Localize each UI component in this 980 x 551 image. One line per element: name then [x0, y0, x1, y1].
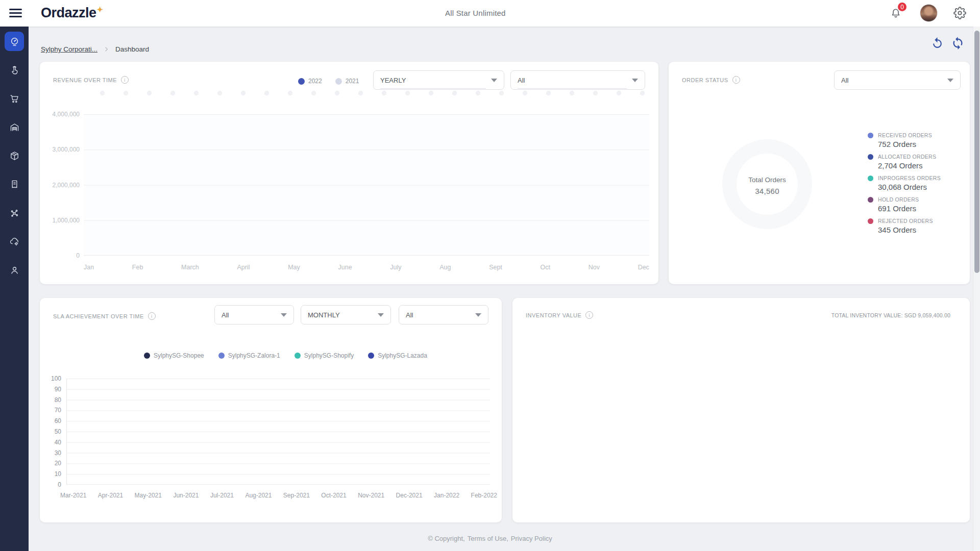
- x-tick-label: Oct: [541, 264, 550, 271]
- menu-bar: [9, 9, 22, 10]
- account-name: All Star Unlimited: [445, 9, 506, 17]
- legend-label: 2022: [308, 78, 322, 85]
- app-logo: Ordazzle✦: [41, 5, 103, 21]
- order-status-title: ORDER STATUS i: [682, 76, 740, 84]
- x-tick-label: Jun-2021: [173, 492, 199, 499]
- y-tick-label: 70: [55, 407, 61, 414]
- order-status-dropdown[interactable]: All: [834, 70, 961, 90]
- revenue-channel-dropdown[interactable]: All: [510, 70, 645, 90]
- sidebar-item-integrations[interactable]: [5, 203, 24, 222]
- sidebar-item-package[interactable]: [5, 146, 24, 165]
- y-tick-label: 60: [55, 417, 61, 424]
- inventory-value-card: INVENTORY VALUE i TOTAL INVENTORY VALUE:…: [512, 298, 970, 522]
- revenue-over-time-card: REVENUE OVER TIME i 2022 2021 YEARLY All…: [40, 62, 658, 284]
- breadcrumb-parent-link[interactable]: Sylphy Corporati...: [41, 45, 97, 53]
- reset-icon[interactable]: [931, 37, 944, 49]
- revenue-plot-area: [84, 114, 649, 256]
- info-icon[interactable]: i: [732, 76, 740, 84]
- info-icon[interactable]: i: [121, 76, 129, 84]
- order-status-card: ORDER STATUS i All Total Orders 34,560 R…: [669, 62, 970, 284]
- legend-item-zalora[interactable]: SylphySG-Zalora-1: [218, 352, 280, 359]
- legend-item-2021[interactable]: 2021: [335, 78, 359, 85]
- sla-y-axis: 1009080706050403020100: [40, 375, 61, 488]
- breadcrumb: Sylphy Corporati... Dashboard: [41, 45, 149, 53]
- sidebar-item-warehouse[interactable]: [5, 117, 24, 137]
- legend-item-rejected: REJECTED ORDERS 345 Orders: [868, 218, 941, 234]
- sla-plot-area: [66, 379, 490, 485]
- sidebar-item-cloud-sync[interactable]: [5, 232, 24, 251]
- legend-value: 691 Orders: [878, 204, 941, 213]
- legend-label: REJECTED ORDERS: [878, 218, 933, 224]
- dropdown-value: YEARLY: [380, 71, 486, 89]
- sync-icon[interactable]: [951, 36, 965, 50]
- sla-period-dropdown[interactable]: MONTHLY: [301, 305, 391, 324]
- info-icon[interactable]: i: [148, 312, 156, 320]
- y-tick-label: 100: [51, 375, 61, 382]
- y-tick-label: 10: [55, 470, 61, 478]
- y-tick-label: 40: [55, 439, 61, 446]
- privacy-policy-link[interactable]: Privacy Policy: [511, 535, 552, 542]
- revenue-x-axis: JanFebMarchAprilMayJuneJulyAugSeptOctNov…: [84, 264, 649, 271]
- legend-dot: [868, 133, 873, 138]
- x-tick-label: Dec: [638, 264, 649, 271]
- sla-x-axis: Mar-2021Apr-2021May-2021Jun-2021Jul-2021…: [60, 492, 497, 499]
- x-tick-label: Sep-2021: [283, 492, 310, 499]
- x-tick-label: Jan-2022: [434, 492, 459, 499]
- sla-channel-dropdown[interactable]: All: [214, 305, 294, 324]
- legend-item-received: RECEIVED ORDERS 752 Orders: [868, 132, 941, 148]
- legend-dot: [218, 353, 225, 359]
- revenue-period-dropdown[interactable]: YEARLY: [373, 70, 504, 90]
- sidebar-item-dashboard[interactable]: [5, 32, 24, 51]
- terms-of-use-link[interactable]: Terms of Use,: [468, 535, 508, 542]
- y-tick-label: 20: [55, 460, 61, 467]
- y-tick-label: 90: [55, 386, 61, 393]
- dropdown-value: All: [841, 77, 947, 84]
- x-tick-label: Feb: [132, 264, 143, 271]
- legend-dot: [298, 78, 305, 85]
- scrollbar-thumb[interactable]: [974, 31, 979, 273]
- chevron-down-icon: [947, 79, 953, 82]
- y-tick-label: 50: [55, 428, 61, 435]
- sidebar-item-invoice[interactable]: [5, 174, 24, 194]
- integrations-icon: [9, 208, 20, 218]
- sidebar-nav: [0, 27, 29, 551]
- order-status-legend: RECEIVED ORDERS 752 Orders ALLOCATED ORD…: [868, 132, 941, 234]
- chevron-down-icon: [475, 313, 481, 317]
- menu-icon[interactable]: [9, 9, 22, 18]
- revenue-y-axis: 4,000,0003,000,0002,000,0001,000,0000: [40, 111, 80, 259]
- menu-bar: [9, 16, 22, 17]
- breadcrumb-current: Dashboard: [115, 45, 149, 53]
- user-icon: [9, 265, 20, 276]
- legend-value: 752 Orders: [878, 140, 941, 148]
- x-tick-label: July: [390, 264, 401, 271]
- x-tick-label: May: [288, 264, 300, 271]
- sidebar-item-tap-select[interactable]: [5, 60, 24, 80]
- copyright-text: © Copyright,: [428, 535, 464, 542]
- user-avatar[interactable]: [920, 4, 938, 22]
- orders-total: Total Orders 34,560: [716, 176, 818, 195]
- legend-value: 345 Orders: [878, 226, 941, 234]
- legend-label: SylphySG-Zalora-1: [228, 352, 280, 359]
- y-tick-label: 30: [55, 449, 61, 457]
- package-icon: [9, 151, 20, 161]
- sidebar-item-user[interactable]: [5, 260, 24, 280]
- sidebar-item-cart[interactable]: [5, 89, 24, 108]
- legend-item-shopee[interactable]: SylphySG-Shopee: [144, 352, 204, 359]
- sla-store-dropdown[interactable]: All: [399, 305, 488, 324]
- notification-badge: 0: [897, 2, 908, 12]
- legend-item-shopify[interactable]: SylphySG-Shopify: [295, 352, 354, 359]
- legend-dot: [868, 218, 873, 224]
- legend-item-2022[interactable]: 2022: [298, 78, 322, 85]
- info-icon[interactable]: i: [585, 311, 593, 319]
- settings-gear-icon[interactable]: [953, 7, 966, 19]
- x-tick-label: Oct-2021: [321, 492, 346, 499]
- legend-value: 30,068 Orders: [878, 183, 941, 191]
- x-tick-label: Jul-2021: [210, 492, 234, 499]
- x-tick-label: Feb-2022: [471, 492, 497, 499]
- legend-dot: [295, 353, 301, 359]
- scrollbar-track[interactable]: [973, 27, 980, 551]
- legend-item-lazada[interactable]: SylphySG-Lazada: [368, 352, 427, 359]
- x-tick-label: Dec-2021: [396, 492, 423, 499]
- x-tick-label: Aug: [439, 264, 451, 271]
- dropdown-value: All: [518, 71, 627, 89]
